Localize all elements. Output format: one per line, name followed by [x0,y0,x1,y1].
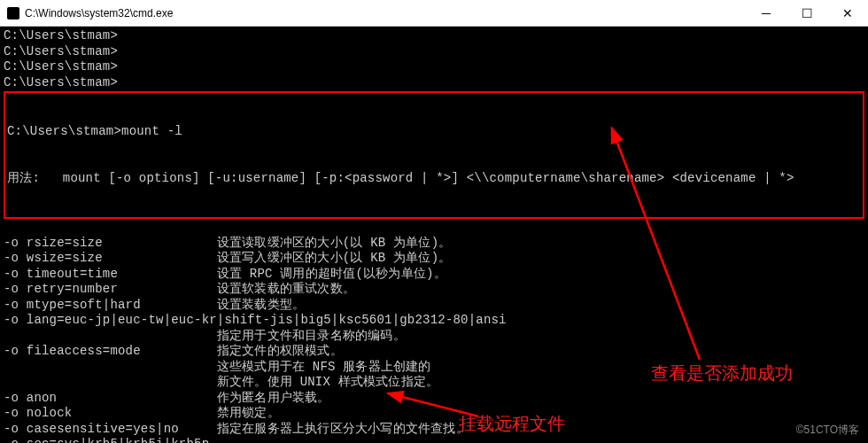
blank-line [4,220,864,236]
prompt-line: C:\Users\stmam> [4,59,864,75]
window-title: C:\Windows\system32\cmd.exe [25,7,173,19]
option-line: -o casesensitive=yes|no 指定在服务器上执行区分大小写的文… [4,422,864,438]
option-line: 指定用于文件和目录名称的编码。 [4,329,864,345]
option-line: -o retry=number 设置软装载的重试次数。 [4,282,864,298]
usage-line: 用法: mount [-o options] [-u:username] [-p… [7,171,861,187]
command-line: C:\Users\stmam>mount -l [7,124,861,140]
maximize-button[interactable]: ☐ [787,0,827,26]
option-line: -o wsize=size 设置写入缓冲区的大小(以 KB 为单位)。 [4,251,864,267]
window-titlebar: C:\Windows\system32\cmd.exe ─ ☐ ✕ [0,0,868,27]
watermark: ©51CTO博客 [796,423,859,438]
option-line: -o lang=euc-jp|euc-tw|euc-kr|shift-jis|b… [4,313,864,329]
prompt-line: C:\Users\stmam> [4,44,864,60]
option-line: -o sec=sys|krb5|krb5i|krb5p [4,437,864,443]
cmd-icon [7,7,19,19]
option-line: -o mtype=soft|hard 设置装载类型。 [4,298,864,314]
window-controls: ─ ☐ ✕ [746,0,868,26]
annotation-check-add: 查看是否添加成功 [651,361,793,385]
highlight-box-usage: C:\Users\stmam>mount -l 用法: mount [-o op… [4,91,864,219]
option-line: -o timeout=time 设置 RPC 调用的超时值(以秒为单位)。 [4,267,864,283]
prompt-line: C:\Users\stmam> [4,75,864,91]
option-line: -o rsize=size 设置读取缓冲区的大小(以 KB 为单位)。 [4,236,864,252]
option-line: -o nolock 禁用锁定。 [4,406,864,422]
prompt-line: C:\Users\stmam> [4,28,864,44]
option-line: -o fileaccess=mode 指定文件的权限模式。 [4,344,864,360]
close-button[interactable]: ✕ [827,0,868,26]
option-line: -o anon 作为匿名用户装载。 [4,391,864,407]
minimize-button[interactable]: ─ [746,0,787,26]
window-title-area: C:\Windows\system32\cmd.exe [0,7,746,19]
annotation-mount-remote: 挂载远程文件 [459,412,565,436]
